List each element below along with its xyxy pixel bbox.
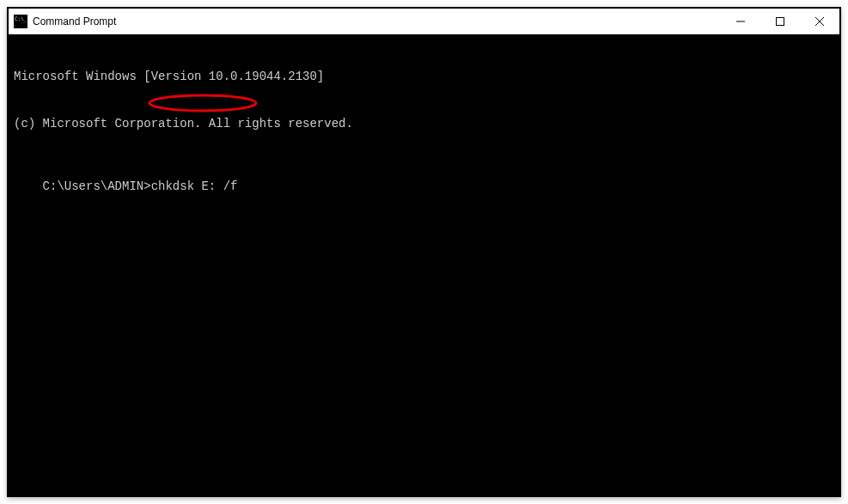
svg-rect-1 <box>777 18 784 26</box>
terminal-line-copyright: (c) Microsoft Corporation. All rights re… <box>14 116 834 131</box>
title-bar[interactable]: Command Prompt <box>9 9 839 34</box>
terminal-prompt-line: C:\Users\ADMIN>chkdsk E: /f <box>43 179 238 193</box>
terminal-area[interactable]: Microsoft Windows [Version 10.0.19044.21… <box>9 34 839 495</box>
terminal-prompt: C:\Users\ADMIN> <box>43 179 151 193</box>
window-title: Command Prompt <box>33 15 116 27</box>
svg-point-4 <box>149 95 256 111</box>
minimize-button[interactable] <box>721 9 760 34</box>
window-controls <box>721 9 839 34</box>
terminal-line-version: Microsoft Windows [Version 10.0.19044.21… <box>14 69 834 84</box>
minimize-icon <box>736 17 745 26</box>
command-prompt-window: Command Prompt Microsoft Windows [Versio… <box>7 7 841 497</box>
close-icon <box>815 17 824 26</box>
command-prompt-icon <box>14 15 27 28</box>
maximize-icon <box>776 17 784 26</box>
maximize-button[interactable] <box>760 9 800 34</box>
close-button[interactable] <box>800 9 839 34</box>
terminal-command: chkdsk E: /f <box>151 179 238 193</box>
